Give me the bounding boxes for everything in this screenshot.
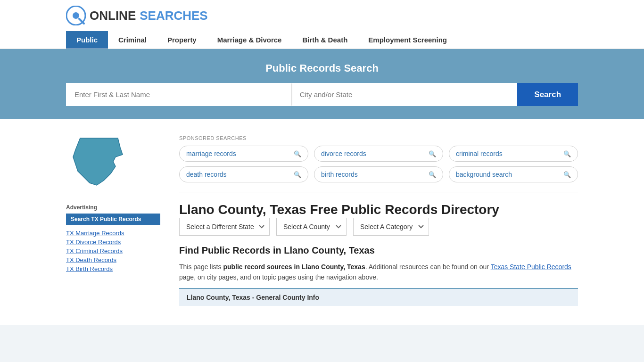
search-tag-divorce-label: divorce records — [321, 150, 366, 157]
nav-item-criminal[interactable]: Criminal — [108, 31, 157, 49]
header: ONLINE SEARCHES Public Criminal Property… — [0, 0, 644, 49]
search-tag-birth[interactable]: birth records 🔍 — [314, 166, 443, 182]
find-records-text: This page lists public record sources in… — [179, 262, 578, 283]
find-records-title: Find Public Records in Llano County, Tex… — [179, 245, 578, 256]
nav-item-birth-death[interactable]: Birth & Death — [292, 31, 358, 49]
logo-text-searches: SEARCHES — [140, 8, 207, 23]
search-tag-birth-label: birth records — [321, 171, 358, 178]
search-icon-death: 🔍 — [294, 171, 301, 178]
svg-point-1 — [73, 12, 79, 19]
search-tag-criminal[interactable]: criminal records 🔍 — [449, 146, 578, 162]
main-nav: Public Criminal Property Marriage & Divo… — [66, 31, 578, 49]
search-tag-background[interactable]: background search 🔍 — [449, 166, 578, 182]
texas-map — [66, 129, 160, 197]
nav-item-public[interactable]: Public — [66, 31, 108, 49]
search-icon-divorce: 🔍 — [429, 150, 436, 157]
search-icon-birth: 🔍 — [429, 171, 436, 178]
directory-title: Llano County, Texas Free Public Records … — [179, 202, 578, 218]
search-tag-death-label: death records — [186, 171, 227, 178]
name-input[interactable] — [66, 83, 292, 106]
search-form: Search — [66, 83, 578, 106]
right-content: SPONSORED SEARCHES marriage records 🔍 di… — [170, 119, 578, 325]
advertising-label: Advertising — [66, 204, 160, 211]
sidebar-link-criminal[interactable]: TX Criminal Records — [66, 247, 160, 255]
find-records-text-middle: . Additional resources can be found on o… — [365, 263, 491, 271]
search-banner-title: Public Records Search — [66, 62, 578, 74]
search-tag-death[interactable]: death records 🔍 — [179, 166, 308, 182]
search-tag-divorce[interactable]: divorce records 🔍 — [314, 146, 443, 162]
search-tag-marriage-label: marriage records — [186, 150, 236, 157]
category-dropdown[interactable]: Select A Category — [353, 218, 429, 236]
search-icon-background: 🔍 — [563, 171, 571, 178]
search-banner: Public Records Search Search — [0, 49, 644, 119]
search-button[interactable]: Search — [517, 83, 578, 106]
sponsored-section: SPONSORED SEARCHES marriage records 🔍 di… — [179, 129, 578, 192]
directory-section: Llano County, Texas Free Public Records … — [179, 192, 578, 315]
nav-item-property[interactable]: Property — [157, 31, 207, 49]
ad-button[interactable]: Search TX Public Records — [66, 214, 160, 225]
county-info-bar: Llano County, Texas - General County Inf… — [179, 288, 578, 306]
texas-state-link[interactable]: Texas State Public Records — [491, 263, 571, 271]
sidebar-link-marriage[interactable]: TX Marriage Records — [66, 230, 160, 237]
search-tags-row-1: marriage records 🔍 divorce records 🔍 cri… — [179, 146, 578, 162]
search-icon-criminal: 🔍 — [563, 150, 571, 157]
search-tag-marriage[interactable]: marriage records 🔍 — [179, 146, 308, 162]
search-tag-background-label: background search — [456, 171, 512, 178]
nav-item-employment[interactable]: Employment Screening — [358, 31, 457, 49]
nav-item-marriage-divorce[interactable]: Marriage & Divorce — [207, 31, 292, 49]
logo-area: ONLINE SEARCHES — [66, 6, 578, 25]
main-content: Advertising Search TX Public Records TX … — [0, 119, 644, 325]
location-input[interactable] — [292, 83, 518, 106]
find-records-text-before: This page lists — [179, 263, 223, 271]
logo-text-online: ONLINE — [90, 8, 136, 23]
sidebar-link-death[interactable]: TX Death Records — [66, 256, 160, 263]
search-tags-row-2: death records 🔍 birth records 🔍 backgrou… — [179, 166, 578, 182]
logo-icon — [66, 6, 86, 25]
find-records-bold: public record sources in Llano County, T… — [223, 263, 365, 271]
search-tag-criminal-label: criminal records — [456, 150, 503, 157]
dropdowns-row: Select a Different State Select A County… — [179, 218, 578, 236]
sidebar-link-birth[interactable]: TX Birth Records — [66, 265, 160, 272]
find-records-text-after: page, on city pages, and on topic pages … — [179, 273, 378, 281]
county-dropdown[interactable]: Select A County — [276, 218, 347, 236]
state-dropdown[interactable]: Select a Different State — [179, 218, 270, 236]
sidebar: Advertising Search TX Public Records TX … — [66, 119, 160, 325]
sidebar-link-divorce[interactable]: TX Divorce Records — [66, 239, 160, 246]
search-icon-marriage: 🔍 — [294, 150, 301, 157]
sponsored-label: SPONSORED SEARCHES — [179, 135, 578, 141]
